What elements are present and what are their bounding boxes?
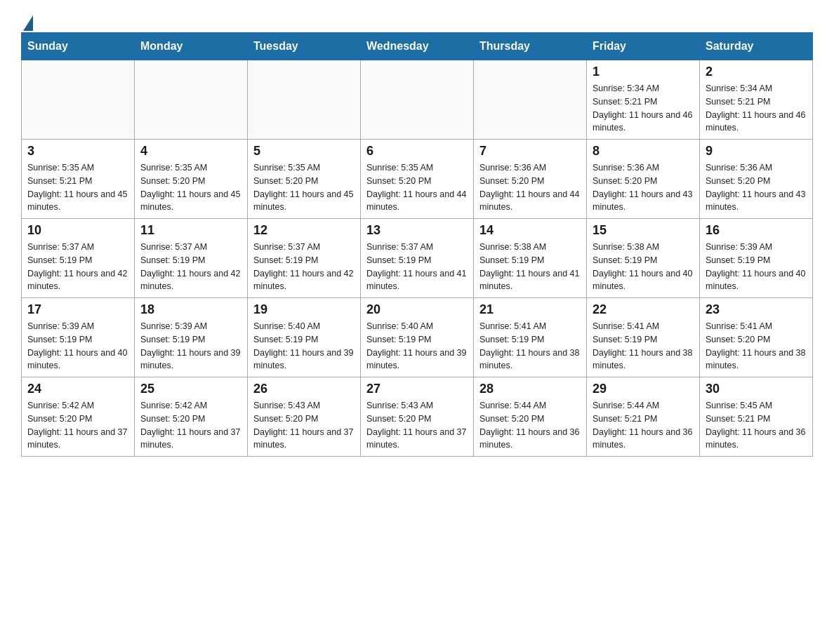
calendar-cell: 28Sunrise: 5:44 AM Sunset: 5:20 PM Dayli… [474, 377, 587, 457]
day-info: Sunrise: 5:40 AM Sunset: 5:19 PM Dayligh… [366, 320, 468, 373]
calendar-cell [135, 60, 248, 140]
header-cell-saturday: Saturday [700, 33, 813, 60]
calendar-cell: 23Sunrise: 5:41 AM Sunset: 5:20 PM Dayli… [700, 298, 813, 377]
day-info: Sunrise: 5:35 AM Sunset: 5:21 PM Dayligh… [27, 161, 128, 214]
calendar-cell: 14Sunrise: 5:38 AM Sunset: 5:19 PM Dayli… [474, 219, 587, 298]
page-header [21, 14, 813, 25]
calendar-cell: 6Sunrise: 5:35 AM Sunset: 5:20 PM Daylig… [361, 140, 474, 219]
day-number: 5 [253, 144, 355, 159]
calendar-table: SundayMondayTuesdayWednesdayThursdayFrid… [21, 32, 813, 457]
calendar-cell: 3Sunrise: 5:35 AM Sunset: 5:21 PM Daylig… [22, 140, 135, 219]
day-number: 24 [27, 382, 128, 396]
day-info: Sunrise: 5:45 AM Sunset: 5:21 PM Dayligh… [706, 399, 807, 452]
day-number: 12 [253, 223, 355, 238]
day-info: Sunrise: 5:40 AM Sunset: 5:19 PM Dayligh… [253, 320, 355, 373]
day-number: 9 [706, 144, 807, 159]
day-number: 28 [479, 382, 581, 396]
calendar-cell: 8Sunrise: 5:36 AM Sunset: 5:20 PM Daylig… [587, 140, 700, 219]
calendar-week-2: 3Sunrise: 5:35 AM Sunset: 5:21 PM Daylig… [22, 140, 813, 219]
calendar-cell: 9Sunrise: 5:36 AM Sunset: 5:20 PM Daylig… [700, 140, 813, 219]
day-number: 1 [593, 65, 694, 79]
day-number: 4 [140, 144, 241, 159]
day-info: Sunrise: 5:42 AM Sunset: 5:20 PM Dayligh… [27, 399, 128, 452]
day-info: Sunrise: 5:36 AM Sunset: 5:20 PM Dayligh… [593, 161, 694, 214]
calendar-cell: 27Sunrise: 5:43 AM Sunset: 5:20 PM Dayli… [361, 377, 474, 457]
calendar-cell: 16Sunrise: 5:39 AM Sunset: 5:19 PM Dayli… [700, 219, 813, 298]
calendar-cell: 22Sunrise: 5:41 AM Sunset: 5:19 PM Dayli… [587, 298, 700, 377]
calendar-cell: 30Sunrise: 5:45 AM Sunset: 5:21 PM Dayli… [700, 377, 813, 457]
calendar-cell: 4Sunrise: 5:35 AM Sunset: 5:20 PM Daylig… [135, 140, 248, 219]
day-info: Sunrise: 5:39 AM Sunset: 5:19 PM Dayligh… [140, 320, 241, 373]
day-number: 6 [366, 144, 468, 159]
day-info: Sunrise: 5:35 AM Sunset: 5:20 PM Dayligh… [140, 161, 241, 214]
calendar-cell: 11Sunrise: 5:37 AM Sunset: 5:19 PM Dayli… [135, 219, 248, 298]
calendar-cell: 24Sunrise: 5:42 AM Sunset: 5:20 PM Dayli… [22, 377, 135, 457]
header-cell-sunday: Sunday [22, 33, 135, 60]
day-number: 3 [27, 144, 128, 159]
day-number: 10 [27, 223, 128, 238]
calendar-header: SundayMondayTuesdayWednesdayThursdayFrid… [22, 33, 813, 60]
day-info: Sunrise: 5:42 AM Sunset: 5:20 PM Dayligh… [140, 399, 241, 452]
day-number: 17 [27, 302, 128, 317]
day-info: Sunrise: 5:41 AM Sunset: 5:19 PM Dayligh… [479, 320, 581, 373]
day-number: 21 [479, 302, 581, 317]
calendar-cell [248, 60, 361, 140]
header-cell-tuesday: Tuesday [248, 33, 361, 60]
day-info: Sunrise: 5:39 AM Sunset: 5:19 PM Dayligh… [706, 241, 807, 293]
day-info: Sunrise: 5:36 AM Sunset: 5:20 PM Dayligh… [706, 161, 807, 214]
day-number: 14 [479, 223, 581, 238]
calendar-week-1: 1Sunrise: 5:34 AM Sunset: 5:21 PM Daylig… [22, 60, 813, 140]
day-number: 8 [593, 144, 694, 159]
day-number: 26 [253, 382, 355, 396]
calendar-cell: 10Sunrise: 5:37 AM Sunset: 5:19 PM Dayli… [22, 219, 135, 298]
calendar-cell: 19Sunrise: 5:40 AM Sunset: 5:19 PM Dayli… [248, 298, 361, 377]
day-number: 2 [706, 65, 807, 79]
calendar-cell [22, 60, 135, 140]
calendar-cell: 18Sunrise: 5:39 AM Sunset: 5:19 PM Dayli… [135, 298, 248, 377]
day-info: Sunrise: 5:34 AM Sunset: 5:21 PM Dayligh… [593, 82, 694, 135]
day-info: Sunrise: 5:35 AM Sunset: 5:20 PM Dayligh… [253, 161, 355, 214]
day-info: Sunrise: 5:39 AM Sunset: 5:19 PM Dayligh… [27, 320, 128, 373]
day-info: Sunrise: 5:34 AM Sunset: 5:21 PM Dayligh… [706, 82, 807, 135]
calendar-cell: 25Sunrise: 5:42 AM Sunset: 5:20 PM Dayli… [135, 377, 248, 457]
calendar-body: 1Sunrise: 5:34 AM Sunset: 5:21 PM Daylig… [22, 60, 813, 457]
day-number: 23 [706, 302, 807, 317]
day-info: Sunrise: 5:41 AM Sunset: 5:19 PM Dayligh… [593, 320, 694, 373]
day-number: 29 [593, 382, 694, 396]
day-number: 20 [366, 302, 468, 317]
day-number: 30 [706, 382, 807, 396]
day-number: 16 [706, 223, 807, 238]
calendar-cell: 29Sunrise: 5:44 AM Sunset: 5:21 PM Dayli… [587, 377, 700, 457]
day-info: Sunrise: 5:44 AM Sunset: 5:21 PM Dayligh… [593, 399, 694, 452]
header-cell-friday: Friday [587, 33, 700, 60]
logo-triangle-icon [23, 15, 33, 31]
day-info: Sunrise: 5:41 AM Sunset: 5:20 PM Dayligh… [706, 320, 807, 373]
day-number: 27 [366, 382, 468, 396]
header-cell-monday: Monday [135, 33, 248, 60]
day-info: Sunrise: 5:37 AM Sunset: 5:19 PM Dayligh… [253, 241, 355, 293]
day-info: Sunrise: 5:44 AM Sunset: 5:20 PM Dayligh… [479, 399, 581, 452]
calendar-cell: 12Sunrise: 5:37 AM Sunset: 5:19 PM Dayli… [248, 219, 361, 298]
day-number: 22 [593, 302, 694, 317]
calendar-cell: 13Sunrise: 5:37 AM Sunset: 5:19 PM Dayli… [361, 219, 474, 298]
calendar-cell: 21Sunrise: 5:41 AM Sunset: 5:19 PM Dayli… [474, 298, 587, 377]
calendar-week-5: 24Sunrise: 5:42 AM Sunset: 5:20 PM Dayli… [22, 377, 813, 457]
day-info: Sunrise: 5:37 AM Sunset: 5:19 PM Dayligh… [27, 241, 128, 293]
calendar-cell: 15Sunrise: 5:38 AM Sunset: 5:19 PM Dayli… [587, 219, 700, 298]
calendar-cell [361, 60, 474, 140]
calendar-cell: 26Sunrise: 5:43 AM Sunset: 5:20 PM Dayli… [248, 377, 361, 457]
day-info: Sunrise: 5:43 AM Sunset: 5:20 PM Dayligh… [366, 399, 468, 452]
calendar-cell: 5Sunrise: 5:35 AM Sunset: 5:20 PM Daylig… [248, 140, 361, 219]
day-info: Sunrise: 5:43 AM Sunset: 5:20 PM Dayligh… [253, 399, 355, 452]
day-info: Sunrise: 5:36 AM Sunset: 5:20 PM Dayligh… [479, 161, 581, 214]
day-number: 15 [593, 223, 694, 238]
calendar-week-3: 10Sunrise: 5:37 AM Sunset: 5:19 PM Dayli… [22, 219, 813, 298]
header-cell-thursday: Thursday [474, 33, 587, 60]
calendar-cell: 20Sunrise: 5:40 AM Sunset: 5:19 PM Dayli… [361, 298, 474, 377]
day-info: Sunrise: 5:38 AM Sunset: 5:19 PM Dayligh… [479, 241, 581, 293]
calendar-cell [474, 60, 587, 140]
header-row: SundayMondayTuesdayWednesdayThursdayFrid… [22, 33, 813, 60]
day-number: 11 [140, 223, 241, 238]
calendar-week-4: 17Sunrise: 5:39 AM Sunset: 5:19 PM Dayli… [22, 298, 813, 377]
calendar-cell: 2Sunrise: 5:34 AM Sunset: 5:21 PM Daylig… [700, 60, 813, 140]
